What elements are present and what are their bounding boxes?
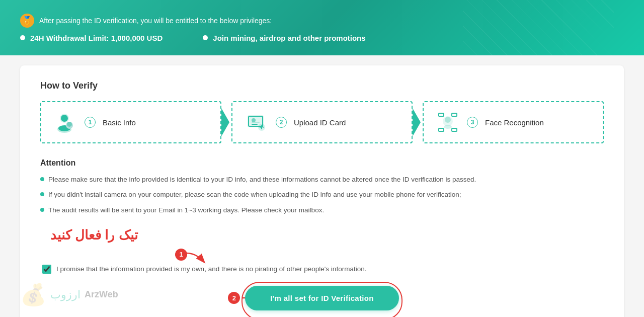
promise-checkbox-row: I promise that the information provided …	[40, 265, 604, 274]
step-1-number: 1	[85, 117, 96, 128]
watermark-en: ArzWeb	[85, 289, 118, 300]
step-3-label: Face Recognition	[485, 118, 544, 127]
attention-section: Attention Please make sure that the info…	[40, 158, 604, 215]
bullet-2	[203, 35, 208, 40]
step-1-label: Basic Info	[103, 118, 136, 127]
svg-point-5	[67, 122, 72, 127]
annotation-arrow	[184, 251, 209, 266]
svg-point-17	[445, 117, 451, 123]
banner-point-1-text: 24H Withdrawal Limit: 1,000,000 USD	[30, 34, 163, 42]
attention-item-2: If you didn't install camera on your com…	[40, 190, 604, 200]
medal-icon: 🏅	[20, 14, 34, 28]
step-2-label: Upload ID Card	[294, 118, 346, 127]
annotation-area: تیک را فعال کنید 1	[40, 227, 604, 263]
banner-points: 24H Withdrawal Limit: 1,000,000 USD Join…	[20, 34, 624, 42]
verify-id-button[interactable]: I'm all set for ID Verification	[245, 286, 398, 310]
attention-text-1: Please make sure that the info provided …	[48, 175, 476, 185]
svg-rect-9	[252, 124, 258, 125]
attention-item-1: Please make sure that the info provided …	[40, 175, 604, 185]
promise-checkbox[interactable]	[42, 265, 51, 274]
banner-point-2-text: Join mining, airdrop and other promotion…	[213, 34, 365, 42]
page-wrapper: 🏅 After passing the ID verification, you…	[0, 0, 644, 317]
promise-label: I promise that the information provided …	[56, 265, 366, 273]
attention-list: Please make sure that the info provided …	[40, 175, 604, 215]
steps-container: 1 Basic Info 2 Upload I	[40, 101, 604, 143]
banner-top: 🏅 After passing the ID verification, you…	[20, 14, 624, 28]
main-content: How to Verify 1 Basic Info	[20, 65, 624, 317]
attention-bullet-2	[40, 192, 44, 196]
watermark: 💰 ارزوب ArzWeb	[20, 282, 118, 307]
svg-rect-14	[439, 128, 444, 131]
step-2-number: 2	[276, 117, 287, 128]
svg-rect-12	[439, 113, 444, 116]
svg-rect-13	[452, 113, 457, 116]
attention-bullet-1	[40, 177, 44, 181]
banner: 🏅 After passing the ID verification, you…	[0, 0, 644, 55]
step-3-number: 3	[467, 117, 478, 128]
attention-item-3: The audit results will be sent to your E…	[40, 205, 604, 215]
face-recognition-icon	[436, 110, 460, 134]
step-3: 3 Face Recognition	[423, 101, 604, 143]
bullet-1	[20, 35, 25, 40]
svg-rect-15	[452, 128, 457, 131]
attention-text-3: The audit results will be sent to your E…	[48, 205, 324, 215]
verify-button-wrapper: 2 I'm all set for ID Verification	[40, 286, 604, 310]
banner-point-1: 24H Withdrawal Limit: 1,000,000 USD	[20, 34, 163, 42]
basic-info-icon	[53, 110, 77, 134]
attention-title: Attention	[40, 158, 604, 168]
farsi-annotation-text: تیک را فعال کنید	[50, 227, 138, 243]
banner-title: After passing the ID verification, you w…	[39, 17, 272, 25]
svg-rect-10	[252, 122, 260, 123]
step-1: 1 Basic Info	[40, 101, 221, 143]
step-2: 2 Upload ID Card	[231, 101, 413, 143]
attention-bullet-3	[40, 208, 44, 212]
svg-point-8	[252, 118, 256, 122]
watermark-fa: ارزوب	[50, 288, 80, 301]
svg-point-1	[61, 115, 68, 122]
banner-point-2: Join mining, airdrop and other promotion…	[203, 34, 365, 42]
number-badge-2: 2	[228, 292, 240, 304]
attention-text-2: If you didn't install camera on your com…	[48, 190, 461, 200]
upload-id-icon	[245, 110, 269, 134]
how-to-verify-title: How to Verify	[40, 81, 604, 91]
svg-point-18	[444, 125, 452, 129]
